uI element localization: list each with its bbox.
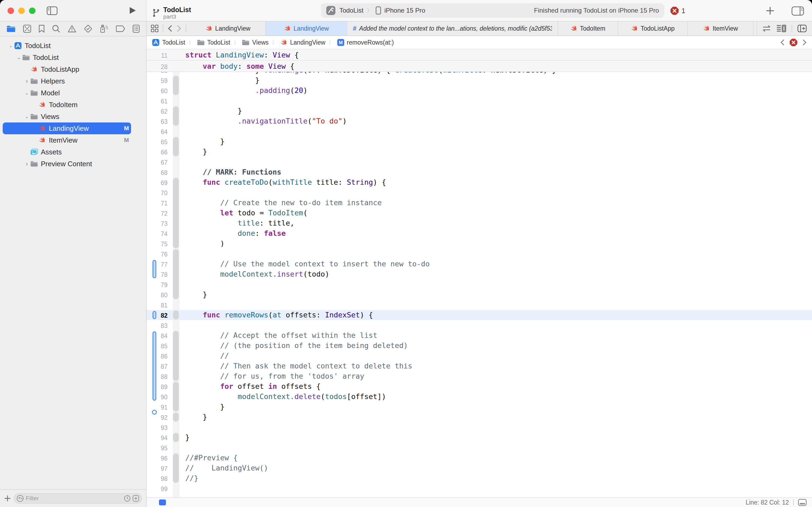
fold-segment[interactable] (173, 116, 179, 126)
code-line-97[interactable]: 97// LandingView() (147, 463, 812, 473)
code-text[interactable]: // for us, from the 'todos' array (179, 371, 364, 381)
code-text[interactable]: } (179, 432, 189, 443)
fold-ribbon-cell[interactable] (168, 86, 179, 96)
fold-segment[interactable] (173, 249, 179, 259)
fold-ribbon-cell[interactable] (168, 208, 179, 218)
fold-segment[interactable] (173, 351, 179, 361)
line-number[interactable]: 65 (154, 136, 168, 147)
filter-input[interactable]: Filter (14, 493, 142, 504)
fold-segment[interactable] (173, 473, 179, 483)
code-text[interactable]: func removeRows(at offsets: IndexSet) { (179, 310, 373, 320)
fold-segment[interactable] (173, 238, 179, 248)
fold-segment[interactable] (173, 392, 179, 402)
line-number[interactable]: 64 (154, 126, 168, 136)
sidebar-item-todoitem[interactable]: TodoItem (0, 99, 146, 111)
fold-segment[interactable] (173, 178, 179, 187)
code-text[interactable]: } .onChange(of: newToDoTitle) { createTo… (179, 72, 557, 75)
fold-ribbon-cell[interactable] (168, 463, 179, 473)
code-line-94[interactable]: 94} (147, 432, 812, 443)
nav-find-icon[interactable] (52, 25, 60, 33)
code-text[interactable] (179, 96, 185, 106)
line-number[interactable]: 62 (154, 106, 168, 116)
nav-debug-icon[interactable] (100, 25, 109, 33)
editor-tab-itemview[interactable]: ItemView (688, 21, 753, 36)
code-line-60[interactable]: 60.padding(20) (147, 86, 812, 96)
go-back-icon[interactable] (168, 25, 172, 32)
code-text[interactable]: modelContext.delete(todos[offset]) (179, 392, 386, 402)
source-change-bar[interactable] (153, 361, 156, 371)
code-line-91[interactable]: 91} (147, 402, 812, 412)
run-button[interactable] (129, 6, 136, 14)
close-window-button[interactable] (7, 7, 14, 14)
toggle-navigator-icon[interactable] (47, 6, 57, 15)
line-number[interactable]: 66 (154, 147, 168, 157)
editor-mode-icon[interactable] (159, 500, 166, 505)
fold-ribbon-cell[interactable] (168, 289, 179, 300)
line-number[interactable]: 83 (154, 320, 168, 330)
code-line-96[interactable]: 96//#Preview { (147, 453, 812, 463)
fold-ribbon-cell[interactable] (168, 157, 179, 167)
nav-project-icon[interactable] (6, 25, 15, 32)
fold-ribbon-cell[interactable] (168, 473, 179, 484)
code-text[interactable] (179, 300, 185, 310)
sidebar-item-views[interactable]: ⌄Views (0, 111, 146, 122)
fold-segment[interactable] (173, 311, 179, 320)
fold-ribbon-cell[interactable] (168, 484, 179, 494)
code-text[interactable]: } (179, 402, 225, 412)
code-text[interactable] (179, 187, 185, 198)
sidebar-item-landingview[interactable]: LandingViewM (0, 122, 146, 134)
library-plus-button[interactable] (766, 6, 774, 15)
fold-segment[interactable] (173, 208, 179, 218)
line-number[interactable]: 68 (154, 167, 168, 177)
code-line-72[interactable]: 72let todo = TodoItem( (147, 208, 812, 218)
error-octagon-icon[interactable] (790, 39, 798, 47)
line-number[interactable]: 28 (154, 61, 168, 71)
fold-ribbon-cell[interactable] (168, 126, 179, 136)
code-line-78[interactable]: 78modelContext.insert(todo) (147, 269, 812, 279)
line-number[interactable]: 95 (154, 443, 168, 453)
fold-ribbon-cell[interactable] (168, 402, 179, 412)
sidebar-item-todolist[interactable]: ⌄TodoList (0, 40, 146, 52)
editor-tab-landingview[interactable]: LandingView (266, 21, 347, 36)
fold-ribbon-cell[interactable] (168, 106, 179, 116)
scheme-status-pill[interactable]: TodoList 〉 iPhone 15 Pro Finished runnin… (321, 3, 664, 18)
code-line-81[interactable]: 81 (147, 300, 812, 310)
minimize-window-button[interactable] (18, 7, 25, 14)
code-text[interactable]: } (179, 147, 207, 157)
code-line-70[interactable]: 70 (147, 187, 812, 198)
code-line-79[interactable]: 79 (147, 279, 812, 289)
previous-issue-icon[interactable] (780, 39, 785, 46)
nav-source-control-icon[interactable] (23, 25, 31, 33)
editor-tab-landingview[interactable]: LandingView (191, 21, 266, 36)
fold-ribbon-cell[interactable] (168, 279, 179, 289)
code-line-95[interactable]: 95 (147, 443, 812, 453)
fold-ribbon-cell[interactable] (168, 228, 179, 238)
disclosure-open-icon[interactable]: ⌄ (23, 90, 30, 96)
fold-ribbon-cell[interactable] (168, 96, 179, 106)
code-text[interactable] (179, 320, 185, 330)
nav-breakpoints-icon[interactable] (116, 25, 125, 32)
line-number[interactable]: 80 (154, 289, 168, 300)
fold-ribbon-cell[interactable] (168, 218, 179, 228)
code-text[interactable]: // Create the new to-do item instance (179, 198, 382, 208)
line-number[interactable]: 58 (154, 72, 168, 75)
source-change-bar[interactable] (153, 311, 156, 319)
line-number[interactable]: 60 (154, 86, 168, 96)
next-issue-icon[interactable] (802, 39, 807, 46)
fold-ribbon-cell[interactable] (168, 187, 179, 198)
fold-segment[interactable] (173, 453, 179, 463)
fold-segment[interactable] (173, 289, 179, 299)
add-file-button[interactable] (4, 495, 11, 502)
line-number[interactable]: 76 (154, 249, 168, 259)
filter-add-icon[interactable] (133, 495, 139, 502)
code-text[interactable]: } (179, 75, 259, 86)
code-line-65[interactable]: 65} (147, 136, 812, 147)
breadcrumb-item[interactable]: LandingView (280, 39, 325, 46)
code-line-74[interactable]: 74done: false (147, 228, 812, 238)
fold-segment[interactable] (173, 147, 179, 156)
fold-ribbon-cell[interactable] (168, 432, 179, 443)
sidebar-item-todolistapp[interactable]: TodoListApp (0, 63, 146, 75)
source-change-bar[interactable] (153, 351, 156, 361)
fold-ribbon-cell[interactable] (168, 320, 179, 330)
fold-segment[interactable] (173, 463, 179, 473)
